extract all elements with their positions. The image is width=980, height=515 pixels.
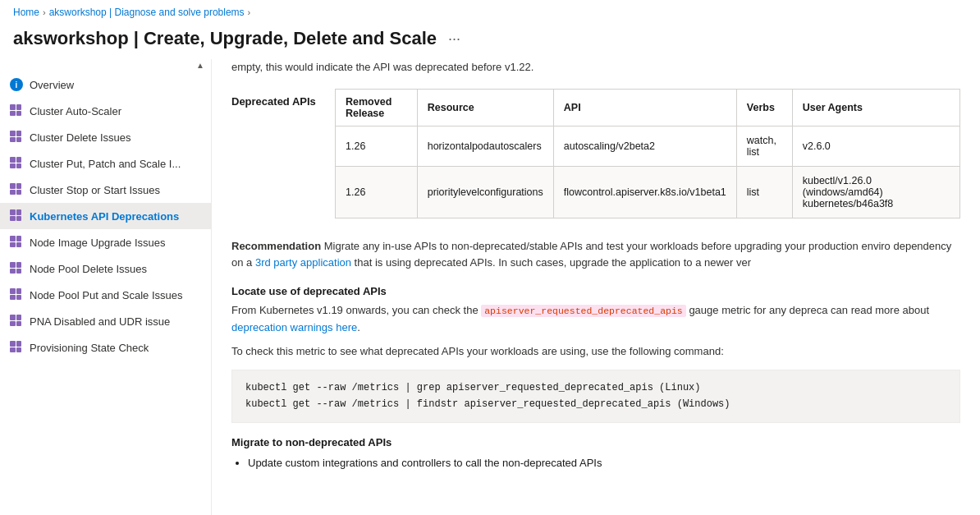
table-cell: v2.6.0: [792, 126, 959, 166]
sidebar-item-label: Node Pool Put and Scale Issues: [30, 289, 182, 301]
grid-icon-3: [10, 157, 23, 170]
sidebar-item-node-pool-put-scale[interactable]: Node Pool Put and Scale Issues: [0, 282, 211, 308]
sidebar: ▲ i Overview Cluster Auto-Scaler Cluster…: [0, 59, 212, 515]
table-header-resource: Resource: [417, 89, 553, 126]
deprecation-warnings-link[interactable]: deprecation warnings here: [231, 321, 357, 333]
sidebar-item-kubernetes-api[interactable]: Kubernetes API Deprecations: [0, 203, 211, 229]
recommendation-label: Recommendation: [231, 240, 321, 252]
sidebar-item-label: PNA Disabled and UDR issue: [30, 315, 170, 328]
sidebar-item-cluster-stop-start[interactable]: Cluster Stop or Start Issues: [0, 177, 211, 203]
sidebar-item-label: Node Pool Delete Issues: [30, 263, 147, 275]
intro-text: empty, this would indicate the API was d…: [231, 59, 960, 76]
grid-icon-6: [10, 236, 23, 249]
sidebar-item-cluster-put-patch[interactable]: Cluster Put, Patch and Scale I...: [0, 150, 211, 177]
info-icon: i: [10, 78, 23, 91]
sidebar-item-cluster-delete-issues[interactable]: Cluster Delete Issues: [0, 124, 211, 150]
migrate-heading: Migrate to non-deprecated APIs: [231, 436, 960, 448]
grid-icon-5: [10, 209, 23, 223]
sidebar-item-label: Overview: [30, 79, 74, 91]
sidebar-item-overview[interactable]: i Overview: [0, 71, 211, 98]
grid-icon-2: [10, 131, 23, 144]
table-header-verbs: Verbs: [736, 89, 792, 126]
locate-text-3: .: [357, 321, 360, 333]
page-title: aksworkshop | Create, Upgrade, Delete an…: [13, 28, 437, 49]
deprecated-apis-table: Removed Release Resource API Verbs User …: [335, 89, 960, 218]
page-title-bar: aksworkshop | Create, Upgrade, Delete an…: [0, 25, 980, 59]
breadcrumb-chevron-1: ›: [43, 7, 46, 17]
table-cell: list: [736, 166, 792, 218]
third-party-link[interactable]: 3rd party application: [255, 256, 351, 269]
recommendation-section: Recommendation Migrate any in-use APIs t…: [231, 238, 960, 273]
table-row: 1.26prioritylevelconfigurationsflowcontr…: [336, 166, 960, 218]
sidebar-item-provisioning-state[interactable]: Provisioning State Check: [0, 334, 211, 361]
breadcrumb-chevron-2: ›: [248, 7, 251, 17]
table-header-removed-release: Removed Release: [336, 89, 418, 126]
table-header-api: API: [553, 89, 736, 126]
ellipsis-button[interactable]: ···: [443, 29, 465, 49]
table-cell: kubectl/v1.26.0 (windows/amd64) kubernet…: [792, 166, 959, 218]
sidebar-item-label: Cluster Auto-Scaler: [30, 105, 121, 117]
breadcrumb: Home › aksworkshop | Diagnose and solve …: [0, 0, 980, 25]
locate-text: From Kubernetes v1.19 onwards, you can c…: [231, 302, 960, 337]
sidebar-item-pna-disabled[interactable]: PNA Disabled and UDR issue: [0, 308, 211, 334]
table-row: 1.26horizontalpodautoscalersautoscaling/…: [336, 126, 960, 166]
deprecated-apis-label: Deprecated APIs: [231, 89, 322, 218]
code-line-1: kubectl get --raw /metrics | grep apiser…: [245, 380, 946, 396]
sidebar-item-label: Cluster Delete Issues: [30, 131, 131, 144]
table-cell: 1.26: [336, 126, 418, 166]
grid-icon-7: [10, 262, 23, 275]
breadcrumb-home[interactable]: Home: [13, 7, 39, 18]
scroll-up-button[interactable]: ▲: [196, 61, 204, 70]
sidebar-item-node-pool-delete[interactable]: Node Pool Delete Issues: [0, 255, 211, 282]
migrate-bullet-list: Update custom integrations and controlle…: [248, 455, 960, 472]
code-block: kubectl get --raw /metrics | grep apiser…: [231, 370, 960, 422]
table-cell: flowcontrol.apiserver.k8s.io/v1beta1: [553, 166, 736, 218]
table-cell: watch, list: [736, 126, 792, 166]
sidebar-item-node-image[interactable]: Node Image Upgrade Issues: [0, 229, 211, 255]
sidebar-item-label: Provisioning State Check: [30, 342, 149, 354]
sidebar-item-label: Kubernetes API Deprecations: [30, 210, 179, 223]
grid-icon-8: [10, 288, 23, 301]
grid-icon-9: [10, 315, 23, 328]
sidebar-item-cluster-auto-scaler[interactable]: Cluster Auto-Scaler: [0, 98, 211, 124]
scroll-indicator: ▲: [0, 59, 211, 71]
sidebar-item-label: Node Image Upgrade Issues: [30, 237, 165, 249]
content-area: empty, this would indicate the API was d…: [212, 59, 980, 515]
locate-heading: Locate use of deprecated APIs: [231, 285, 960, 297]
locate-text-1: From Kubernetes v1.19 onwards, you can c…: [231, 304, 481, 316]
migrate-bullet-1: Update custom integrations and controlle…: [248, 455, 960, 472]
locate-inline-code: apiserver_requested_deprecated_apis: [481, 305, 686, 317]
table-cell: autoscaling/v2beta2: [553, 126, 736, 166]
locate-text-4: To check this metric to see what depreca…: [231, 343, 960, 361]
sidebar-item-label: Cluster Stop or Start Issues: [30, 184, 160, 196]
recommendation-text: Migrate any in-use APIs to non-deprecate…: [231, 240, 951, 269]
table-cell: prioritylevelconfigurations: [417, 166, 553, 218]
sidebar-item-label: Cluster Put, Patch and Scale I...: [30, 158, 181, 170]
table-header-user-agents: User Agents: [792, 89, 959, 126]
deprecated-apis-section: Deprecated APIs Removed Release Resource…: [231, 89, 960, 218]
grid-icon-4: [10, 183, 23, 196]
grid-icon-1: [10, 104, 23, 117]
grid-icon-10: [10, 341, 23, 354]
code-line-2: kubectl get --raw /metrics | findstr api…: [245, 397, 946, 412]
main-layout: ▲ i Overview Cluster Auto-Scaler Cluster…: [0, 59, 980, 515]
locate-text-2: gauge metric for any depreca can read mo…: [686, 304, 929, 316]
table-cell: 1.26: [336, 166, 418, 218]
breadcrumb-parent[interactable]: aksworkshop | Diagnose and solve problem…: [49, 7, 245, 18]
table-cell: horizontalpodautoscalers: [417, 126, 553, 166]
